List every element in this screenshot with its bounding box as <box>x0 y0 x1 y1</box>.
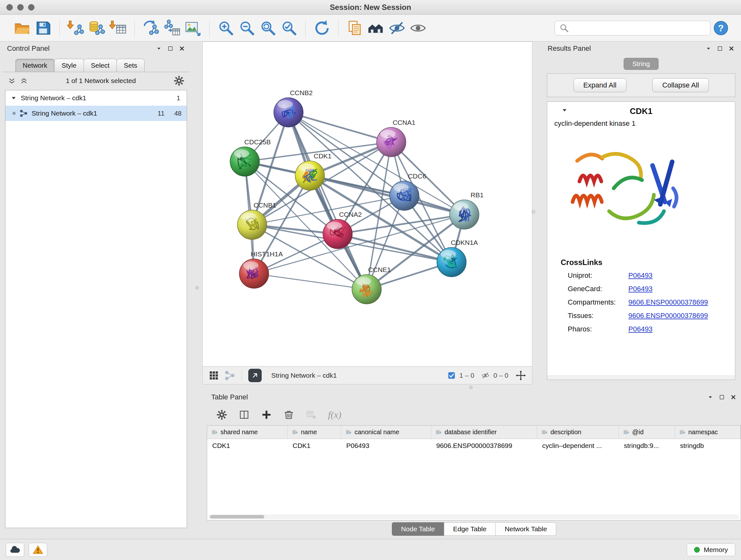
column-header-description[interactable]: description <box>537 426 619 439</box>
refresh-network-button[interactable] <box>312 17 333 39</box>
float-panel-icon[interactable] <box>167 45 174 52</box>
network-from-table-button[interactable] <box>161 17 183 39</box>
tab-select[interactable]: Select <box>84 59 117 72</box>
column-header-id[interactable]: @id <box>619 426 675 439</box>
caret-down-icon[interactable] <box>561 107 568 113</box>
node-CCNA1[interactable]: CCNA1 <box>377 119 415 157</box>
maximize-window-button[interactable] <box>28 4 35 10</box>
cell-id[interactable]: stringdb:9... <box>619 439 675 452</box>
zoom-out-button[interactable] <box>237 17 258 39</box>
vertical-splitter-handle[interactable] <box>195 286 199 290</box>
delete-table-icon[interactable] <box>306 409 317 420</box>
table-settings-icon[interactable] <box>216 409 227 420</box>
clone-network-button[interactable] <box>140 17 161 39</box>
cell-namespace[interactable]: stringdb <box>675 439 741 452</box>
birdseye-view-icon[interactable] <box>208 370 219 381</box>
column-header-canonical-name[interactable]: canonical name <box>341 426 431 439</box>
import-network-database-button[interactable] <box>86 17 108 39</box>
delete-column-icon[interactable] <box>283 409 294 420</box>
string-icon[interactable] <box>224 370 235 381</box>
cell-shared-name[interactable]: CDK1 <box>207 439 287 452</box>
zoom-fit-button[interactable] <box>258 17 279 39</box>
tab-sets[interactable]: Sets <box>117 59 145 72</box>
network-row[interactable]: String Network – cdk1 11 48 <box>5 106 187 121</box>
detach-view-button[interactable] <box>248 369 262 382</box>
column-header-shared-name[interactable]: shared name <box>207 426 287 439</box>
selected-checkbox-icon[interactable] <box>448 371 456 380</box>
edge-CCNB2-CCNE1[interactable] <box>288 112 367 289</box>
node-CDC25B[interactable]: CDC25B <box>230 138 271 176</box>
column-header-namespace[interactable]: namespac <box>675 426 741 439</box>
hidden-eye-icon[interactable] <box>481 371 489 380</box>
expand-tree-icon[interactable] <box>8 77 16 85</box>
network-table-tab[interactable]: Network Table <box>495 522 556 536</box>
float-panel-icon[interactable] <box>717 45 723 52</box>
show-all-button[interactable] <box>408 17 428 39</box>
close-panel-icon[interactable] <box>730 394 737 400</box>
gear-icon[interactable] <box>174 75 185 86</box>
save-session-button[interactable] <box>32 17 54 39</box>
hide-selected-button[interactable] <box>387 17 408 39</box>
table-row[interactable]: CDK1 CDK1 P06493 9606.ENSP00000378699 cy… <box>207 439 741 452</box>
panel-menu-icon[interactable] <box>156 45 162 52</box>
collapse-tree-icon[interactable] <box>20 77 28 85</box>
copy-button[interactable] <box>344 17 365 39</box>
float-panel-icon[interactable] <box>719 394 725 400</box>
show-columns-icon[interactable] <box>239 409 250 420</box>
edge-table-tab[interactable]: Edge Table <box>444 522 496 536</box>
import-network-file-button[interactable] <box>65 17 86 39</box>
search-box[interactable] <box>555 21 711 36</box>
cell-database-identifier[interactable]: 9606.ENSP00000378699 <box>431 439 537 452</box>
horizontal-scrollbar[interactable] <box>208 514 739 519</box>
node-table-tab[interactable]: Node Table <box>392 522 444 536</box>
close-panel-icon[interactable] <box>728 45 735 52</box>
expand-all-button[interactable]: Expand All <box>574 78 626 92</box>
node-CCNB2[interactable]: CCNB2 <box>274 89 313 127</box>
uniprot-link[interactable]: P06493 <box>628 271 653 280</box>
tab-network[interactable]: Network <box>15 59 55 72</box>
close-window-button[interactable] <box>6 4 13 10</box>
scrollbar-thumb[interactable] <box>210 515 264 518</box>
genecard-link[interactable]: P06493 <box>628 285 653 293</box>
open-session-button[interactable] <box>11 17 32 39</box>
network-collection-row[interactable]: String Network – cdk1 1 <box>5 90 187 106</box>
compartments-link[interactable]: 9606.ENSP00000378699 <box>628 298 708 307</box>
collapse-all-button[interactable]: Collapse All <box>652 78 709 92</box>
horizontal-splitter-handle[interactable] <box>469 386 473 389</box>
home-button[interactable] <box>365 17 387 39</box>
pharos-link[interactable]: P06493 <box>628 325 653 333</box>
network-splitter-handle[interactable] <box>532 210 535 213</box>
import-table-button[interactable] <box>108 17 129 39</box>
tissues-link[interactable]: 9606.ENSP00000378699 <box>628 312 708 320</box>
column-header-database-identifier[interactable]: database identifier <box>431 426 537 439</box>
minimize-window-button[interactable] <box>17 4 23 10</box>
column-header-name[interactable]: name <box>287 426 341 439</box>
results-scrollbar[interactable] <box>547 375 735 380</box>
node-CCNB1[interactable]: CCNB1 <box>238 201 276 240</box>
close-panel-icon[interactable] <box>179 45 185 52</box>
gene-card-header[interactable]: CDK1 <box>547 102 735 118</box>
cell-canonical-name[interactable]: P06493 <box>341 439 431 452</box>
panel-menu-icon[interactable] <box>705 45 712 52</box>
search-input[interactable] <box>572 24 706 32</box>
cell-name[interactable]: CDK1 <box>287 439 341 452</box>
tab-style[interactable]: Style <box>54 59 84 72</box>
node-RB1[interactable]: RB1 <box>450 191 483 229</box>
export-image-button[interactable] <box>183 17 204 39</box>
zoom-selected-button[interactable] <box>279 17 300 39</box>
crosshair-icon[interactable] <box>515 370 526 381</box>
memory-button[interactable]: Memory <box>687 543 735 556</box>
warnings-button[interactable] <box>29 543 47 557</box>
edge-CDK1-RB1[interactable] <box>310 176 464 214</box>
edge-HIST1H1A-CCNE1[interactable] <box>254 273 367 289</box>
help-button[interactable]: ? <box>711 17 731 39</box>
node-HIST1H1A[interactable]: HIST1H1A <box>239 250 283 288</box>
cloud-button[interactable] <box>6 543 24 557</box>
panel-menu-icon[interactable] <box>707 394 714 400</box>
network-canvas[interactable]: CCNB2CCNA1CDC25BCDK1CDC6RB1CCNB1CCNA2CDK… <box>202 42 532 367</box>
tab-string[interactable]: String <box>623 58 659 70</box>
caret-down-icon[interactable] <box>10 95 17 101</box>
zoom-in-button[interactable] <box>215 17 237 39</box>
cell-description[interactable]: cyclin–dependent ... <box>537 439 619 452</box>
add-column-icon[interactable] <box>261 409 272 420</box>
